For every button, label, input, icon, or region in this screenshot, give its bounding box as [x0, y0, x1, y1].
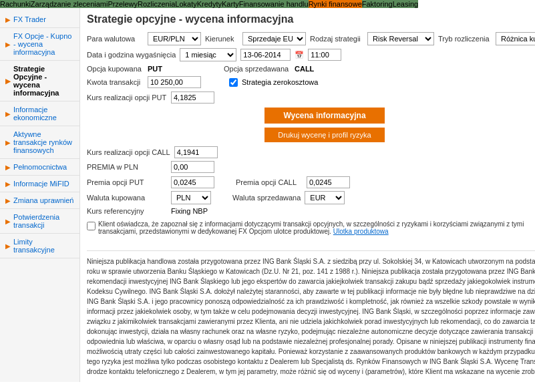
client-stmt-text: Klient oświadcza, że zapoznał się z info… [98, 220, 535, 235]
disclaimer-text: Niniejsza publikacja handlowa została pr… [87, 256, 535, 377]
kierunek-select[interactable]: Sprzedaje EUR [242, 32, 306, 45]
kurs-call-label: Kurs realizacji opcji CALL [87, 148, 170, 156]
bullet-icon: ▶ [5, 41, 11, 48]
nav-przelewy[interactable]: Przelewy [108, 0, 138, 8]
sidebar-item-pelnomocnictwa[interactable]: ▶ Pełnomocnictwa [0, 159, 79, 176]
nav-rozliczenia[interactable]: Rozliczenia [138, 0, 175, 8]
sidebar-label: Informacje MiFID [13, 180, 69, 188]
sidebar-label: FX Opcje - Kupno - wycena informacyjna [13, 32, 74, 56]
nav-leasing[interactable]: Leasing [393, 0, 419, 8]
nav-karty[interactable]: Karty [222, 0, 239, 8]
tryb-label: Tryb rozliczenia [438, 35, 492, 43]
nav-rynki[interactable]: Rynki finansowe [309, 0, 362, 8]
sidebar-item-strategie[interactable]: ▶ Strategie Opcyjne - wycena informacyjn… [0, 61, 79, 102]
kurs-call-input[interactable] [174, 146, 218, 158]
client-stmt-checkbox[interactable] [87, 222, 96, 230]
kurs-ref-value: Fixing NBP [171, 207, 208, 215]
nav-zarzadzanie[interactable]: Zarządzanie zleceniami [31, 0, 108, 8]
waluta-sprzedawana-select[interactable]: EUR [305, 191, 345, 204]
sidebar-label: Pełnomocnictwa [13, 163, 67, 171]
date-input[interactable] [240, 49, 291, 61]
sidebar-item-fx-trader[interactable]: ▶ FX Trader [0, 11, 79, 28]
drukuj-button[interactable]: Drukuj wycenę i profil ryzyka [264, 128, 385, 142]
premia-pln-input[interactable] [171, 161, 214, 173]
kwota-input[interactable] [148, 76, 201, 88]
waluta-kupowana-select[interactable]: PLN [171, 191, 211, 204]
calendar-icon[interactable]: 📅 [295, 51, 304, 59]
bullet-icon: ▶ [5, 242, 11, 250]
time-input[interactable] [308, 49, 341, 61]
premia-call-input[interactable] [307, 176, 350, 188]
waluta-kupowana-label: Waluta kupowana [87, 194, 167, 202]
bullet-icon: ▶ [5, 139, 11, 146]
sidebar-label: Strategie Opcyjne - wycena informacyjna [13, 65, 74, 97]
kurs-put-input[interactable] [171, 91, 214, 104]
nav-lokaty[interactable]: Lokaty [175, 0, 196, 8]
sidebar-item-zmiana[interactable]: ▶ Zmiana uprawnień [0, 192, 79, 209]
para-walutowa-label: Para walutowa [87, 35, 144, 43]
bullet-icon: ▶ [5, 164, 11, 171]
tryb-rozliczenia-select[interactable]: Różnica kursowa [496, 32, 535, 45]
kurs-put-label: Kurs realizacji opcji PUT [87, 93, 167, 102]
sidebar-item-informacje-mifid[interactable]: ▶ Informacje MiFID [0, 176, 79, 192]
bullet-icon: ▶ [5, 218, 11, 225]
page-title: Strategie opcyjne - wycena informacyjna [87, 13, 535, 25]
rodzaj-strategii-label: Rodzaj strategii [310, 35, 363, 43]
nav-kredyty[interactable]: Kredyty [197, 0, 222, 8]
sidebar-item-informacje-ekon[interactable]: ▶ Informacje ekonomiczne [0, 102, 79, 126]
top-navigation: Rachunki Zarządzanie zleceniami Przelewy… [0, 0, 535, 8]
sidebar-label: FX Trader [13, 15, 46, 23]
premia-put-input[interactable] [171, 176, 214, 188]
premia-put-label: Premia opcji PUT [87, 178, 167, 186]
sidebar-item-potwierdzenia[interactable]: ▶ Potwierdzenia transakcji [0, 209, 79, 234]
opcja-kupowana-label: Opcja kupowana [87, 65, 144, 73]
sidebar-item-aktywne[interactable]: ▶ Aktywne transakcje rynków finansowych [0, 126, 79, 159]
waluta-sprzedawana-label: Waluta sprzedawana [232, 194, 301, 202]
strategia-checkbox[interactable] [229, 78, 238, 87]
sidebar-label: Informacje ekonomiczne [13, 106, 74, 122]
main-content: ? Strategie opcyjne - wycena informacyjn… [80, 8, 535, 382]
data-label: Data i godzina wygaśnięcia [87, 51, 176, 59]
bullet-icon: ▶ [5, 197, 11, 204]
client-statement: Klient oświadcza, że zapoznał się z info… [87, 220, 535, 235]
sidebar-label: Aktywne transakcje rynków finansowych [13, 130, 74, 154]
opcja-sprzedawana-label: Opcja sprzedawana [224, 65, 291, 73]
rodzaj-strategii-select[interactable]: Risk Reversal [367, 32, 434, 45]
nav-rachunki[interactable]: Rachunki [0, 0, 31, 8]
disclaimer-section: Niniejsza publikacja handlowa została pr… [87, 250, 535, 377]
bullet-icon: ▶ [5, 110, 11, 118]
nav-faktoring[interactable]: Faktoring [362, 0, 393, 8]
bullet-icon: ▶ [5, 180, 11, 188]
opcja-kupowana-value: PUT [148, 65, 162, 73]
premia-pln-label: PREMIA w PLN [87, 163, 167, 171]
kwota-label: Kwota transakcji [87, 78, 144, 86]
sidebar: ▶ FX Trader ▶ FX Opcje - Kupno - wycena … [0, 8, 80, 382]
strategia-label: Strategia zerokosztowa [242, 78, 318, 86]
okres-select[interactable]: 1 miesiąc [180, 48, 236, 61]
opcja-sprzedawana-value: CALL [295, 65, 314, 73]
sidebar-label: Zmiana uprawnień [13, 196, 74, 204]
sidebar-label: Limity transakcyjne [13, 238, 74, 254]
ulotka-link[interactable]: Ulotka produktowa [333, 228, 389, 235]
sidebar-item-limity[interactable]: ▶ Limity transakcyjne [0, 234, 79, 258]
kurs-ref-label: Kurs referencyjny [87, 207, 167, 215]
kierunek-label: Kierunek [205, 35, 238, 43]
sidebar-label: Potwierdzenia transakcji [13, 213, 74, 229]
bullet-icon: ▶ [5, 16, 11, 23]
para-walutowa-select[interactable]: EUR/PLN [148, 32, 201, 45]
wycena-button[interactable]: Wycena informacyjna [264, 108, 385, 124]
premia-call-label: Premia opcji CALL [236, 178, 303, 186]
bullet-icon: ▶ [5, 77, 11, 85]
sidebar-item-fx-opcje[interactable]: ▶ FX Opcje - Kupno - wycena informacyjna [0, 28, 79, 61]
nav-finansowanie[interactable]: Finansowanie handlu [239, 0, 309, 8]
